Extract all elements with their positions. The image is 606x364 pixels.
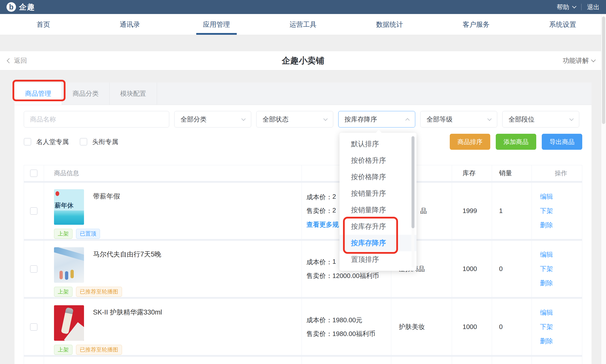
product-image: 薪年休 [54,189,84,225]
level-select-value: 全部等级 [426,115,452,124]
sort-select-value: 按库存降序 [344,115,377,124]
status-select[interactable]: 全部状态 [256,111,333,128]
table-row: SK-II 护肤精华露330ml 上架 已推荐至轮播图 成本价：1980.00元… [24,299,582,357]
product-name: 带薪年假 [93,192,120,225]
title-exclusive-checkbox[interactable] [80,138,87,146]
sales-cell: 1 [492,183,532,239]
rank-select[interactable]: 全部段位 [502,111,579,128]
menu-item-stock-asc[interactable]: 按库存升序 [340,218,416,235]
rank-select-value: 全部段位 [508,115,534,124]
cost-price-value: 2 [332,193,336,202]
cost-price-label: 成本价： [306,193,332,202]
header-sales: 销量 [492,165,532,181]
hall-of-fame-checkbox[interactable] [24,138,31,146]
product-sort-button[interactable]: 商品排序 [450,134,490,150]
page-title: 企趣小卖铺 [282,55,324,66]
table-header: 商品信息 价格 库存 销量 操作 [24,165,582,183]
row-checkbox[interactable] [24,299,44,355]
edit-link[interactable]: 编辑 [540,192,582,201]
nav-item-customer-service[interactable]: 客户服务 [433,14,519,35]
menu-item-sales-asc[interactable]: 按销量升序 [340,185,416,202]
brand-name: 企趣 [19,2,35,12]
product-name-input[interactable] [24,111,169,128]
menu-item-price-desc[interactable]: 按价格降序 [340,169,416,185]
status-tag: 已置顶 [76,229,100,239]
status-tag: 已推荐至轮播图 [76,287,122,297]
product-name: SK-II 护肤精华露330ml [93,308,162,341]
menu-item-stock-desc[interactable]: 按库存降序 [340,235,416,251]
chevron-down-icon [591,58,596,62]
stock-cell: 1999 [452,183,492,239]
nav-item-home[interactable]: 首页 [0,14,86,35]
logout-link[interactable]: 退出 [587,3,600,11]
nav-item-app-management[interactable]: 应用管理 [173,14,260,35]
sales-cell: 0 [492,241,532,297]
row-checkbox[interactable] [24,183,44,239]
add-product-button[interactable]: 添加商品 [496,134,536,150]
level-select[interactable]: 全部等级 [420,111,497,128]
chevron-down-icon [570,116,574,121]
nav-item-statistics[interactable]: 数据统计 [346,14,433,35]
sort-select[interactable]: 按库存降序 [338,111,415,128]
main-nav: 首页 通讯录 应用管理 运营工具 数据统计 客户服务 系统设置 [0,14,606,35]
status-tag: 已推荐至轮播图 [76,345,122,355]
header-stock: 库存 [452,165,492,181]
select-all-checkbox[interactable] [24,165,44,181]
menu-item-default-sort[interactable]: 默认排序 [340,136,416,152]
menu-item-price-asc[interactable]: 按价格升序 [340,152,416,169]
page-scrollbar-thumb[interactable] [602,16,605,124]
status-tags: 上架 已推荐至轮播图 [54,345,302,355]
menu-item-pinned-sort[interactable]: 置顶排序 [340,251,416,268]
delete-link[interactable]: 删除 [540,337,582,346]
dropdown-scrollbar-thumb[interactable] [412,136,414,228]
take-down-link[interactable]: 下架 [540,322,582,331]
chevron-down-icon[interactable] [572,4,576,8]
edit-link[interactable]: 编辑 [540,308,582,317]
help-link[interactable]: 帮助 [557,3,569,11]
sort-dropdown-menu: 默认排序 按价格升序 按价格降序 按销量升序 按销量降序 按库存升序 按库存降序… [340,133,416,271]
sell-price-label: 售卖价： [306,330,332,338]
action-buttons: 商品排序 添加商品 导出商品 [450,134,582,150]
product-name: 马尔代夫自由行7天5晚 [93,250,161,283]
tab-module-config[interactable]: 模块配置 [110,82,157,105]
back-button[interactable]: 返回 [8,56,27,65]
nav-item-contacts[interactable]: 通讯录 [86,14,173,35]
tab-product-management[interactable]: 商品管理 [14,82,62,105]
delete-link[interactable]: 删除 [540,279,582,288]
take-down-link[interactable]: 下架 [540,206,582,215]
page-scrollbar [601,14,606,364]
sell-price-label: 售卖价： [306,272,332,280]
category-select[interactable]: 全部分类 [174,111,251,128]
row-checkbox[interactable] [24,357,44,364]
cost-price-value: 1 [332,258,336,266]
chevron-down-icon [488,116,492,121]
feature-guide-button[interactable]: 功能讲解 [563,56,595,65]
tab-product-category[interactable]: 商品分类 [62,82,110,105]
category-cell: 护肤美妆 [391,299,452,355]
nav-item-settings[interactable]: 系统设置 [520,14,606,35]
divider [581,4,582,10]
export-product-button[interactable]: 导出商品 [542,134,582,150]
delete-link[interactable]: 删除 [540,221,582,230]
hall-of-fame-label: 名人堂专属 [36,138,69,146]
chevron-down-icon [242,116,246,121]
chevron-up-icon [406,118,410,122]
product-image [54,305,84,341]
status-tags: 上架 已推荐至轮播图 [54,287,302,297]
status-tags: 上架 已置顶 [54,229,302,239]
header-product-info: 商品信息 [44,165,302,181]
nav-item-operation-tools[interactable]: 运营工具 [260,14,346,35]
sales-cell: 0 [492,299,532,355]
menu-item-sales-desc[interactable]: 按销量降序 [340,202,416,218]
status-tag: 上架 [54,345,72,355]
edit-link[interactable]: 编辑 [540,250,582,259]
row-checkbox[interactable] [24,241,44,297]
title-exclusive-label: 头衔专属 [92,138,118,146]
status-select-value: 全部状态 [262,115,288,124]
product-table: 商品信息 价格 库存 销量 操作 薪年休 带薪年假 [24,165,582,364]
topbar-right: 帮助 退出 [557,3,600,11]
chevron-down-icon [324,116,328,121]
secondary-filter-row: 名人堂专属 头衔专属 商品排序 添加商品 导出商品 [14,134,592,150]
sell-price-label: 售卖价： [306,206,332,215]
take-down-link[interactable]: 下架 [540,264,582,273]
